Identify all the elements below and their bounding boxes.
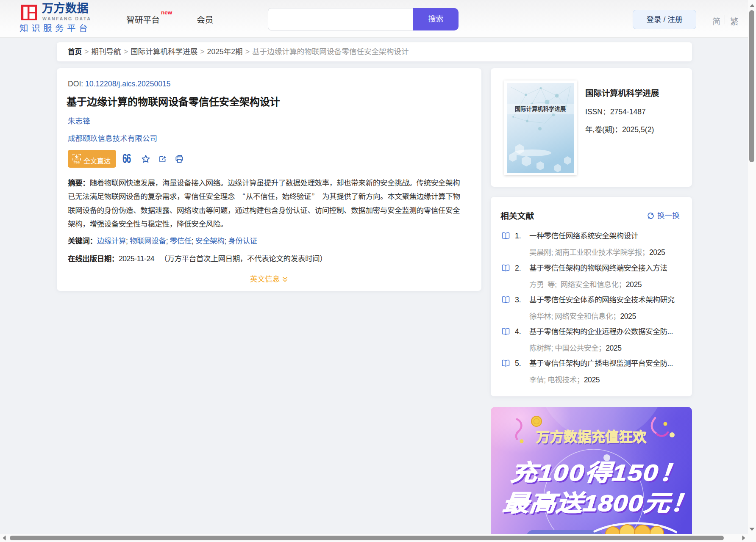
svg-text:free: free <box>74 160 80 164</box>
svg-text:国际计算机科学进展: 国际计算机科学进展 <box>515 105 566 112</box>
